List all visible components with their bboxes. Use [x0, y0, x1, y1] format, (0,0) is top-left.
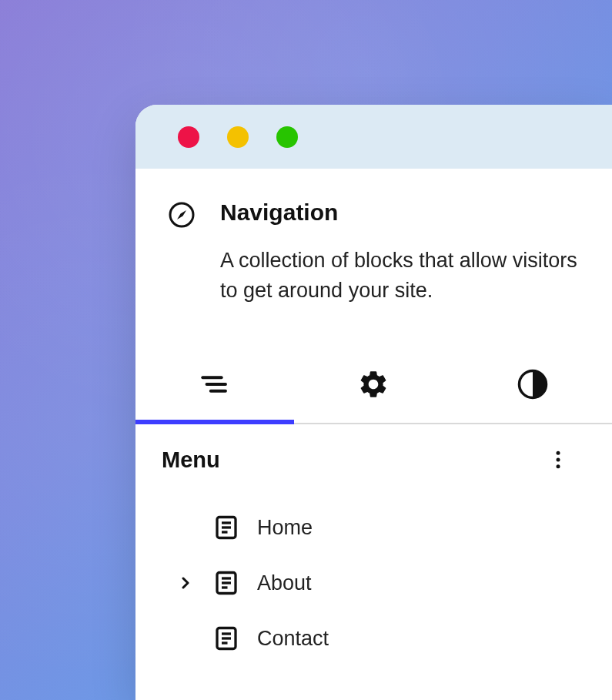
svg-point-7 [557, 458, 560, 462]
menu-item-label: Contact [257, 627, 329, 651]
page-title: Navigation [220, 199, 580, 226]
panel-header: Menu [135, 424, 612, 495]
menu-options-button[interactable] [544, 446, 572, 474]
panel-title: Menu [162, 447, 220, 473]
menu-item-label: Home [257, 516, 313, 540]
menu-list: Home About [135, 495, 612, 671]
svg-point-6 [557, 451, 560, 455]
header-section: Navigation A collection of blocks that a… [135, 169, 612, 346]
menu-item-label: About [257, 571, 312, 595]
maximize-window-button[interactable] [276, 126, 298, 148]
header-text: Navigation A collection of blocks that a… [220, 199, 580, 306]
menu-item-home[interactable]: Home [135, 500, 612, 555]
menu-item-contact[interactable]: Contact [135, 611, 612, 666]
menu-item-about[interactable]: About [135, 555, 612, 611]
close-window-button[interactable] [178, 126, 199, 148]
page-icon [212, 514, 240, 541]
inspector-tabs [135, 346, 612, 424]
page-icon [212, 569, 240, 597]
tab-settings[interactable] [294, 346, 453, 423]
svg-point-8 [557, 465, 560, 469]
window-titlebar [135, 105, 612, 169]
svg-marker-1 [177, 210, 186, 219]
editor-window: Navigation A collection of blocks that a… [135, 105, 612, 700]
tab-styles[interactable] [453, 346, 612, 423]
page-description: A collection of blocks that allow visito… [220, 246, 580, 306]
expand-toggle[interactable] [176, 574, 196, 592]
minimize-window-button[interactable] [227, 126, 249, 148]
tab-list-view[interactable] [135, 346, 294, 423]
page-icon [212, 625, 240, 652]
navigation-icon [168, 201, 196, 229]
